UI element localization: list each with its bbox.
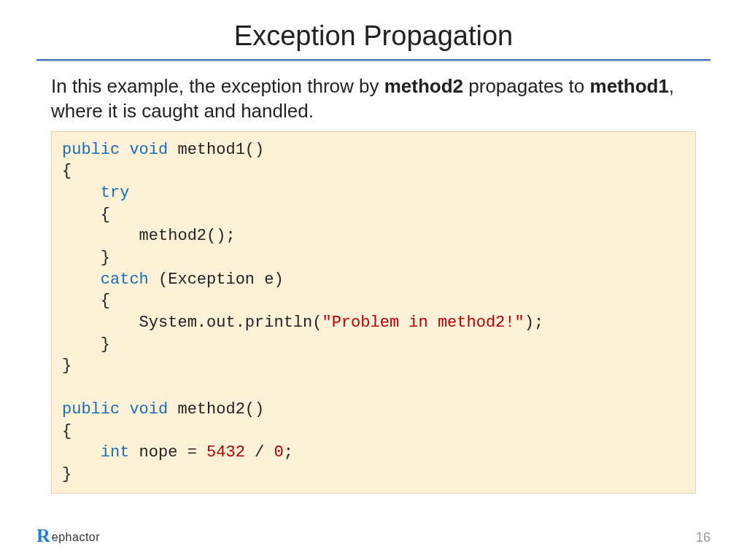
m2-signature: method2(): [168, 400, 264, 419]
num-0: 0: [274, 443, 283, 462]
num-5432: 5432: [206, 443, 245, 462]
println-post: );: [525, 314, 543, 332]
kw-try: try: [101, 184, 130, 202]
brace-close: }: [101, 335, 110, 354]
title-divider: [36, 59, 711, 61]
kw-public: public: [62, 400, 120, 419]
kw-void: void: [129, 400, 168, 419]
brace-close: }: [62, 357, 71, 375]
logo: Rephactor: [36, 526, 100, 545]
brace-open: {: [62, 162, 71, 180]
brace-close: }: [62, 465, 71, 483]
logo-rest: ephactor: [52, 531, 100, 544]
intro-pre: In this example, the exception throw by: [51, 75, 384, 97]
nope-div: /: [245, 443, 274, 462]
string-literal: "Problem in method2!": [322, 314, 524, 332]
brace-close: }: [101, 249, 110, 267]
kw-public: public: [62, 141, 120, 159]
call-method2: method2();: [62, 227, 236, 245]
brace-open: {: [101, 292, 110, 310]
page-number: 16: [696, 530, 711, 545]
brace-open: {: [62, 422, 71, 440]
kw-void: void: [129, 141, 168, 159]
println-pre: System.out.println(: [62, 314, 322, 332]
logo-r: R: [36, 526, 50, 545]
m1-signature: method1(): [168, 141, 264, 159]
kw-catch: catch: [101, 271, 149, 289]
brace-open: {: [101, 206, 110, 224]
code-block: public void method1() { try { method2();…: [51, 131, 696, 494]
nope-mid: nope =: [129, 443, 206, 462]
slide-title: Exception Propagation: [36, 20, 711, 52]
intro-bold-method1: method1: [590, 75, 669, 97]
nope-end: ;: [284, 443, 293, 462]
catch-rest: (Exception e): [149, 271, 284, 289]
intro-paragraph: In this example, the exception throw by …: [51, 74, 696, 124]
kw-int: int: [101, 443, 130, 462]
intro-mid: propagates to: [463, 75, 589, 97]
intro-bold-method2: method2: [384, 75, 463, 97]
